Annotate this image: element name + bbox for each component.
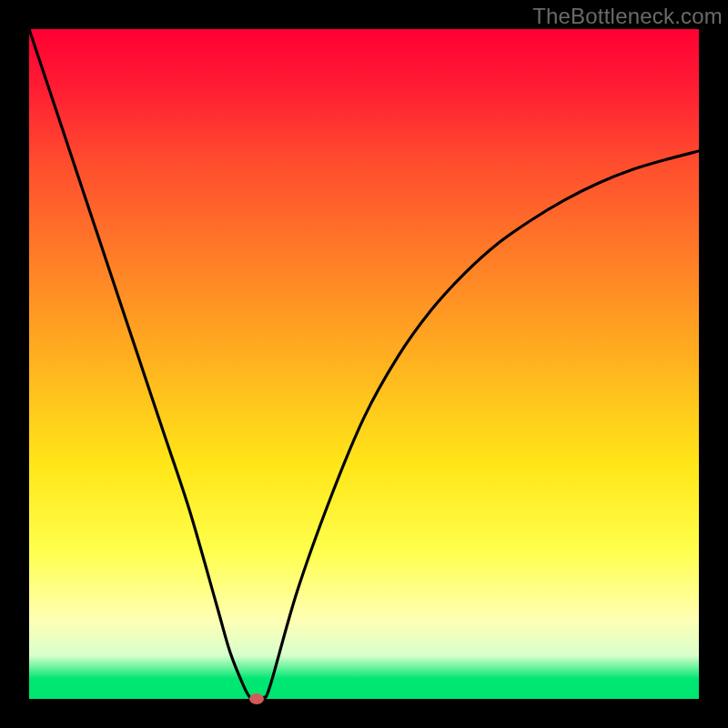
- bottleneck-curve: [29, 29, 699, 699]
- watermark-text: TheBottleneck.com: [532, 4, 723, 29]
- chart-stage: TheBottleneck.com: [0, 0, 728, 728]
- minimum-marker: [249, 693, 264, 704]
- plot-area: [29, 29, 699, 699]
